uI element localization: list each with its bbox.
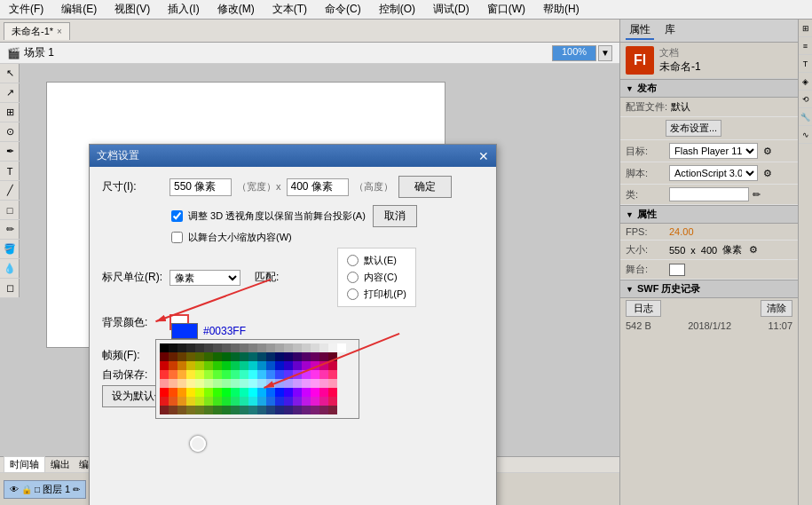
color-cell[interactable] bbox=[293, 343, 302, 352]
color-cell[interactable] bbox=[248, 406, 257, 414]
rt-icon-3[interactable]: T bbox=[799, 55, 813, 73]
color-cell[interactable] bbox=[186, 406, 195, 414]
color-cell[interactable] bbox=[248, 361, 257, 370]
color-cell[interactable] bbox=[160, 343, 169, 352]
color-cell[interactable] bbox=[266, 343, 275, 352]
color-cell[interactable] bbox=[248, 352, 257, 361]
color-cell[interactable] bbox=[169, 379, 177, 388]
menu-insert[interactable]: 插入(I) bbox=[162, 0, 204, 19]
color-cell[interactable] bbox=[222, 406, 231, 414]
color-cell[interactable] bbox=[186, 343, 195, 352]
color-cell[interactable] bbox=[302, 388, 311, 397]
color-cell[interactable] bbox=[319, 388, 328, 397]
target-settings-icon[interactable]: ⚙ bbox=[763, 146, 772, 157]
color-cell[interactable] bbox=[293, 370, 302, 379]
color-cell[interactable] bbox=[275, 406, 284, 414]
color-cell[interactable] bbox=[231, 406, 240, 414]
color-cell[interactable] bbox=[222, 361, 231, 370]
menu-text[interactable]: 文本(T) bbox=[267, 0, 312, 19]
menu-control[interactable]: 控制(O) bbox=[374, 0, 421, 19]
color-cell[interactable] bbox=[311, 370, 319, 379]
color-cell[interactable] bbox=[328, 343, 337, 352]
color-cell[interactable] bbox=[195, 361, 204, 370]
color-cell[interactable] bbox=[240, 352, 248, 361]
color-cell[interactable] bbox=[160, 379, 169, 388]
ruler-select[interactable]: 像素 bbox=[169, 270, 240, 286]
color-cell[interactable] bbox=[319, 352, 328, 361]
color-cell[interactable] bbox=[275, 388, 284, 397]
color-cell[interactable] bbox=[328, 379, 337, 388]
publish-settings-button[interactable]: 发布设置... bbox=[666, 120, 721, 137]
color-cell[interactable] bbox=[328, 406, 337, 414]
menu-file[interactable]: 文件(F) bbox=[4, 0, 49, 19]
cancel-button[interactable]: 取消 bbox=[373, 205, 417, 227]
color-cell[interactable] bbox=[240, 388, 248, 397]
color-cell[interactable] bbox=[266, 379, 275, 388]
adjust-3d-checkbox[interactable] bbox=[171, 210, 183, 222]
menu-modify[interactable]: 修改(M) bbox=[212, 0, 260, 19]
color-cell[interactable] bbox=[213, 397, 222, 406]
color-cell[interactable] bbox=[186, 388, 195, 397]
color-cell[interactable] bbox=[177, 343, 186, 352]
target-select[interactable]: Flash Player 11.2 bbox=[669, 143, 758, 159]
color-cell[interactable] bbox=[186, 361, 195, 370]
size-edit-icon[interactable]: ⚙ bbox=[749, 244, 758, 256]
color-cell[interactable] bbox=[257, 379, 266, 388]
menu-edit[interactable]: 编辑(E) bbox=[56, 0, 102, 19]
color-cell[interactable] bbox=[328, 397, 337, 406]
script-settings-icon[interactable]: ⚙ bbox=[763, 168, 772, 179]
color-cell[interactable] bbox=[195, 379, 204, 388]
color-cell[interactable] bbox=[177, 397, 186, 406]
color-cell[interactable] bbox=[293, 388, 302, 397]
swf-section-header[interactable]: ▼ SWF 历史记录 bbox=[620, 280, 798, 298]
color-cell[interactable] bbox=[302, 370, 311, 379]
color-cell[interactable] bbox=[284, 406, 293, 414]
color-cell[interactable] bbox=[186, 397, 195, 406]
color-cell[interactable] bbox=[177, 370, 186, 379]
color-cell[interactable] bbox=[204, 352, 213, 361]
color-cell[interactable] bbox=[319, 379, 328, 388]
scale-content-checkbox[interactable] bbox=[171, 232, 183, 243]
color-cell[interactable] bbox=[231, 361, 240, 370]
color-cell[interactable] bbox=[275, 343, 284, 352]
publish-section-header[interactable]: ▼ 发布 bbox=[620, 79, 798, 98]
color-cell[interactable] bbox=[177, 406, 186, 414]
color-cell[interactable] bbox=[204, 343, 213, 352]
color-cell[interactable] bbox=[204, 406, 213, 414]
rt-icon-1[interactable]: ⊞ bbox=[799, 20, 813, 37]
color-cell[interactable] bbox=[231, 352, 240, 361]
menu-view[interactable]: 视图(V) bbox=[109, 0, 155, 19]
color-cell[interactable] bbox=[204, 370, 213, 379]
color-cell[interactable] bbox=[195, 406, 204, 414]
color-cell[interactable] bbox=[204, 379, 213, 388]
color-cell[interactable] bbox=[231, 379, 240, 388]
color-cell[interactable] bbox=[240, 379, 248, 388]
color-cell[interactable] bbox=[231, 397, 240, 406]
match-printer-radio[interactable] bbox=[347, 288, 359, 300]
color-cell[interactable] bbox=[213, 406, 222, 414]
color-cell[interactable] bbox=[160, 361, 169, 370]
color-cell[interactable] bbox=[266, 361, 275, 370]
stage-color-swatch[interactable] bbox=[669, 264, 685, 276]
match-default-radio[interactable] bbox=[347, 255, 359, 266]
color-cell[interactable] bbox=[257, 343, 266, 352]
color-cell[interactable] bbox=[311, 343, 319, 352]
rt-icon-4[interactable]: ◈ bbox=[799, 73, 813, 91]
color-cell[interactable] bbox=[222, 379, 231, 388]
color-cell[interactable] bbox=[248, 370, 257, 379]
color-cell[interactable] bbox=[213, 352, 222, 361]
color-cell[interactable] bbox=[240, 370, 248, 379]
rt-icon-7[interactable]: ∿ bbox=[799, 126, 813, 144]
color-cell[interactable] bbox=[284, 379, 293, 388]
color-cell[interactable] bbox=[284, 370, 293, 379]
color-cell[interactable] bbox=[248, 397, 257, 406]
color-cell[interactable] bbox=[160, 397, 169, 406]
color-cell[interactable] bbox=[275, 370, 284, 379]
color-cell[interactable] bbox=[195, 352, 204, 361]
color-cell[interactable] bbox=[204, 397, 213, 406]
color-cell[interactable] bbox=[266, 397, 275, 406]
color-cell[interactable] bbox=[328, 361, 337, 370]
color-cell[interactable] bbox=[293, 352, 302, 361]
color-cell[interactable] bbox=[293, 361, 302, 370]
color-cell[interactable] bbox=[195, 397, 204, 406]
